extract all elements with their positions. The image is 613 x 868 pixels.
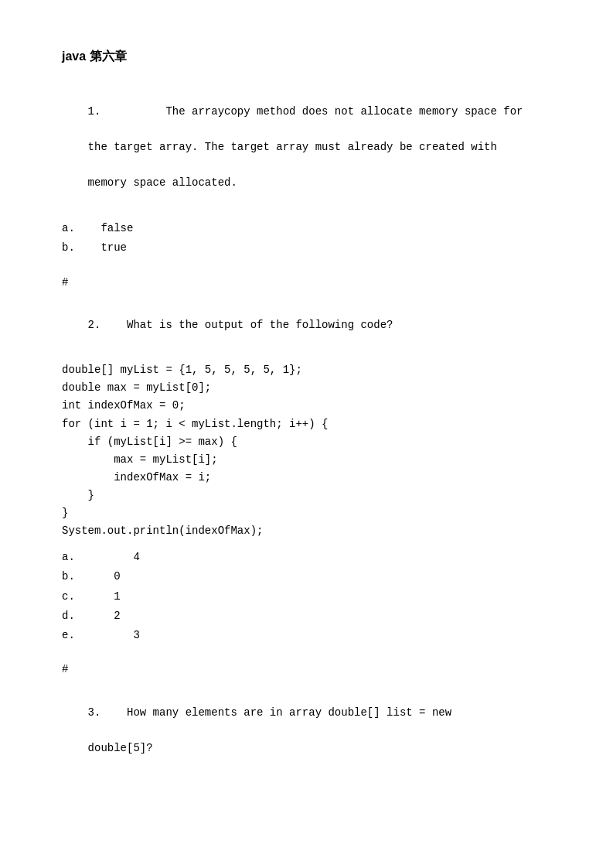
question-3-text: 3. How many elements are in array double…	[62, 686, 551, 775]
question-2-code: double[] myList = {1, 5, 5, 5, 5, 1}; do…	[62, 361, 551, 540]
page-title: java 第六章	[62, 46, 551, 67]
answer-option: c. 1	[62, 587, 551, 607]
question-1: 1. The arraycopy method does not allocat…	[62, 85, 551, 258]
question-1-answers: a. false b. true	[62, 219, 551, 258]
answer-option: a. 4	[62, 548, 551, 567]
question-2-text: 2. What is the output of the following c…	[62, 299, 551, 352]
divider-1: #	[62, 274, 551, 291]
answer-option: d. 2	[62, 607, 551, 626]
answer-option: b. true	[62, 238, 551, 258]
answer-option: a. false	[62, 219, 551, 238]
question-2: 2. What is the output of the following c…	[62, 299, 551, 645]
answer-option: b. 0	[62, 567, 551, 586]
question-1-text: 1. The arraycopy method does not allocat…	[62, 85, 551, 210]
answer-option: e. 3	[62, 626, 551, 645]
question-2-answers: a. 4 b. 0 c. 1 d. 2 e. 3	[62, 548, 551, 645]
divider-2: #	[62, 661, 551, 678]
question-3: 3. How many elements are in array double…	[62, 686, 551, 775]
question-1-number: 1.	[88, 105, 101, 118]
